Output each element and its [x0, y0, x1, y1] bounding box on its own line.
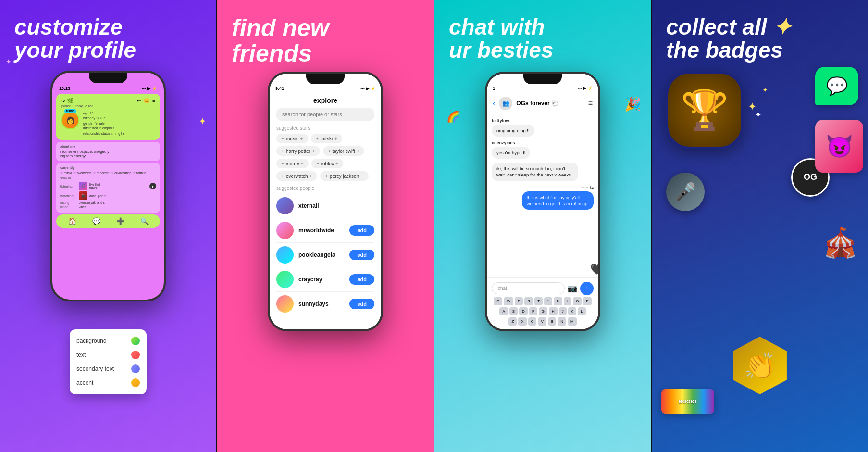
key-i[interactable]: I: [564, 297, 571, 305]
heart-emoji: 🖤: [590, 263, 600, 276]
back-button[interactable]: ‹: [493, 99, 495, 108]
panel-1-heading: customizeyour profile: [0, 0, 216, 62]
status-icons: ▪▪▪ ▶ ⚡: [141, 86, 157, 91]
key-t[interactable]: T: [534, 297, 543, 305]
chat-title: OGs forever 🐑: [516, 100, 584, 107]
chip-harry-potter[interactable]: harry potter +: [276, 146, 320, 156]
phone-screen-3: 1 ▪▪▪▶⚡ ‹ 👥 OGs forever 🐑 ≡ bettylow omg…: [487, 74, 598, 329]
name-craycray: craycray: [298, 276, 345, 283]
panel-3-heading: chat withur besties: [434, 0, 651, 62]
color-swatch-accent[interactable]: [131, 378, 140, 387]
phone-mockup-1: 10:23 ▪▪▪ ▶ ⚡ tz 🌿 ↩😊≡ joined 8 may, 202…: [50, 71, 166, 301]
nav-home-icon[interactable]: 🏠: [68, 217, 76, 225]
key-x[interactable]: X: [518, 317, 526, 326]
key-n[interactable]: N: [558, 317, 566, 326]
key-a[interactable]: A: [499, 307, 508, 315]
key-b[interactable]: B: [548, 317, 556, 326]
key-r[interactable]: R: [524, 297, 533, 305]
chip-percy-jackson[interactable]: percy jackson +: [320, 171, 369, 181]
people-list: xternall mrworldwide add pookieangela ad…: [270, 194, 381, 316]
key-o[interactable]: O: [573, 297, 582, 305]
chip-mitski[interactable]: mitski +: [311, 134, 342, 143]
chip-anime[interactable]: anime +: [276, 159, 309, 168]
badge-mic: 🎤: [666, 173, 705, 211]
send-button[interactable]: ↑: [580, 282, 594, 295]
camera-icon[interactable]: 📷: [568, 284, 577, 293]
key-y[interactable]: Y: [544, 297, 552, 305]
chat-input-field[interactable]: chat: [492, 282, 565, 294]
key-k[interactable]: K: [568, 307, 576, 315]
msg-group-tz: now tz this is what i'm saying y'allwe n…: [492, 185, 594, 210]
sender-bettylow: bettylow: [492, 118, 594, 123]
show-all-link[interactable]: show all: [60, 176, 71, 180]
color-swatch-text[interactable]: [131, 351, 140, 359]
key-z[interactable]: Z: [508, 317, 517, 326]
key-f[interactable]: F: [529, 307, 537, 315]
key-h[interactable]: H: [549, 307, 558, 315]
color-swatch-secondary[interactable]: [131, 364, 140, 373]
color-row-text[interactable]: text: [76, 348, 140, 362]
add-btn-pookieangela[interactable]: add: [349, 250, 374, 260]
chip-music[interactable]: music +: [276, 134, 308, 143]
nav-search-icon[interactable]: 🔍: [140, 217, 149, 225]
about-section: about me mother of nospace, allegedly bi…: [56, 142, 160, 161]
chat-messages: bettylow omg omg omg !! coenzymes yes i'…: [487, 114, 598, 277]
key-q[interactable]: Q: [494, 297, 502, 305]
key-p[interactable]: P: [583, 297, 591, 305]
person-row-xternall: xternall: [276, 194, 374, 218]
key-j[interactable]: J: [559, 307, 567, 315]
name-xternall: xternall: [298, 202, 374, 209]
add-btn-sunnydays[interactable]: add: [349, 299, 374, 309]
avatar-xternall: [276, 197, 294, 214]
turbo-badge: TURBO: [64, 109, 76, 113]
chat-header: ‹ 👥 OGs forever 🐑 ≡: [487, 92, 598, 114]
chat-shape: 💬: [815, 67, 858, 105]
tag-fortnite: fortnite: [133, 171, 146, 175]
key-s[interactable]: S: [509, 307, 518, 315]
nav-add-icon[interactable]: ➕: [116, 217, 124, 225]
profile-joined: joined 8 may, 2023: [61, 104, 155, 108]
color-row-secondary[interactable]: secondary text: [76, 362, 140, 376]
camera-notch-3: [523, 74, 562, 84]
chip-taylor-swift[interactable]: taylor swift +: [323, 146, 365, 156]
key-e[interactable]: E: [515, 297, 523, 305]
add-btn-mrworldwide[interactable]: add: [349, 225, 374, 236]
color-swatch-background[interactable]: [131, 337, 140, 345]
time-2: 9:41: [275, 86, 284, 91]
msg-time-tz: now: [582, 186, 588, 189]
trophy-shape: 🏆: [666, 72, 743, 149]
key-w[interactable]: W: [504, 297, 513, 305]
badges-container: 🏆 💬 OG 😈 🎤 👏 BOOST 🎪 ✦: [652, 62, 868, 452]
profile-details: age 26 birthday 1/8/05 gender female int…: [83, 111, 124, 137]
about-label: about me: [60, 145, 156, 148]
phone-screen-2: 9:41 ▪▪▪▶⚡ explore suggested stars music…: [270, 74, 381, 329]
key-g[interactable]: G: [539, 307, 547, 315]
color-row-background[interactable]: background: [76, 334, 140, 348]
key-c[interactable]: C: [528, 317, 537, 326]
chip-roblox[interactable]: roblox +: [311, 159, 344, 168]
chat-group-avatar: 👥: [499, 97, 512, 110]
nav-chat-icon[interactable]: 💬: [92, 217, 100, 225]
key-m[interactable]: M: [568, 317, 577, 326]
chip-overwatch[interactable]: overwatch +: [276, 171, 317, 181]
key-u[interactable]: U: [554, 297, 562, 305]
color-row-accent[interactable]: accent: [76, 376, 140, 389]
avatar-sunnydays: [276, 295, 294, 313]
watching-row: watching 🎬 dune: part 2: [60, 191, 156, 200]
phone-mockup-2: 9:41 ▪▪▪▶⚡ explore suggested stars music…: [268, 72, 383, 331]
chips-container: music + mitski + harry potter + taylor s…: [270, 134, 381, 181]
play-button[interactable]: ▶: [149, 183, 156, 189]
chat-menu-button[interactable]: ≡: [588, 99, 593, 108]
key-l[interactable]: L: [578, 307, 585, 315]
person-row-pookieangela: pookieangela add: [276, 243, 374, 267]
tag-minecraft: minecraft: [93, 171, 110, 175]
person-row-craycray: craycray add: [276, 267, 374, 292]
avatar-pookieangela: [276, 246, 294, 264]
listening-label: listening: [60, 185, 77, 188]
key-v[interactable]: V: [538, 317, 546, 326]
msg-bettylow: omg omg omg !!: [492, 125, 534, 137]
add-btn-craycray[interactable]: add: [349, 274, 374, 285]
key-d[interactable]: D: [519, 307, 528, 315]
search-input[interactable]: [276, 108, 374, 121]
avatar-craycray: [276, 271, 294, 288]
